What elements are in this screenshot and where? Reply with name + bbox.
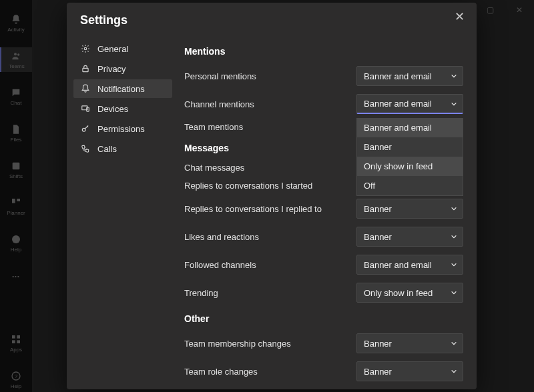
chevron-down-icon bbox=[451, 233, 457, 240]
chevron-down-icon bbox=[451, 340, 457, 347]
dropdown-value: Only show in feed bbox=[364, 288, 433, 298]
bell-icon bbox=[80, 83, 91, 94]
svg-rect-13 bbox=[83, 68, 88, 71]
nav-devices[interactable]: Devices bbox=[73, 99, 172, 118]
nav-general[interactable]: General bbox=[73, 39, 172, 58]
settings-dialog: ✕ Settings General Privacy bbox=[67, 3, 477, 389]
section-head-mentions: Mentions bbox=[184, 39, 463, 62]
nav-notifications[interactable]: Notifications bbox=[73, 79, 172, 98]
nav-label: Permissions bbox=[97, 124, 145, 134]
setting-label: Trending bbox=[184, 288, 218, 298]
chevron-down-icon bbox=[451, 73, 457, 79]
dropdown-value: Banner bbox=[364, 232, 392, 242]
dropdown-trending[interactable]: Only show in feed bbox=[356, 283, 463, 303]
close-button[interactable]: ✕ bbox=[455, 11, 465, 23]
nav-label: Calls bbox=[97, 144, 117, 154]
svg-point-16 bbox=[82, 128, 85, 131]
phone-icon bbox=[80, 143, 91, 154]
row-trending: Trending Only show in feed bbox=[184, 279, 463, 307]
settings-content: Mentions Personal mentions Banner and em… bbox=[179, 35, 477, 385]
modal-overlay: ✕ Settings General Privacy bbox=[0, 0, 534, 392]
setting-label: Likes and reactions bbox=[184, 232, 259, 242]
chevron-down-icon bbox=[451, 368, 457, 375]
nav-label: General bbox=[97, 44, 128, 54]
nav-privacy[interactable]: Privacy bbox=[73, 59, 172, 78]
dropdown-replies-replied[interactable]: Banner bbox=[356, 199, 463, 219]
close-icon: ✕ bbox=[455, 10, 465, 23]
setting-label: Team role changes bbox=[184, 367, 258, 377]
setting-label: Replies to conversations I started bbox=[184, 181, 312, 191]
setting-label: Replies to conversations I replied to bbox=[184, 204, 322, 214]
dropdown-option[interactable]: Only show in feed bbox=[357, 157, 463, 176]
lock-icon bbox=[80, 63, 91, 74]
key-icon bbox=[80, 123, 91, 134]
chevron-down-icon bbox=[451, 205, 457, 212]
row-followed: Followed channels Banner and email bbox=[184, 251, 463, 279]
dropdown-value: Banner bbox=[364, 204, 392, 214]
row-likes: Likes and reactions Banner bbox=[184, 223, 463, 251]
nav-label: Notifications bbox=[97, 84, 145, 94]
svg-point-12 bbox=[84, 47, 87, 50]
dropdown-value: Banner and email bbox=[364, 71, 432, 81]
dropdown-option[interactable]: Banner and email bbox=[357, 118, 463, 137]
setting-label: Team membership changes bbox=[184, 339, 291, 349]
nav-permissions[interactable]: Permissions bbox=[73, 119, 172, 138]
dropdown-value: Banner and email bbox=[364, 99, 432, 109]
setting-label: Personal mentions bbox=[184, 71, 256, 81]
row-replies-replied: Replies to conversations I replied to Ba… bbox=[184, 195, 463, 223]
chevron-down-icon bbox=[451, 101, 457, 107]
section-head-other: Other bbox=[184, 307, 463, 329]
dropdown-value: Banner bbox=[364, 367, 392, 377]
setting-label: Chat messages bbox=[184, 163, 244, 173]
dropdown-likes[interactable]: Banner bbox=[356, 227, 463, 247]
dropdown-option[interactable]: Banner bbox=[357, 137, 463, 157]
setting-label: Team mentions bbox=[184, 122, 243, 132]
dropdown-personal-mentions[interactable]: Banner and email bbox=[356, 66, 463, 86]
chevron-down-icon bbox=[451, 261, 457, 268]
dropdown-value: Banner bbox=[364, 339, 392, 349]
nav-label: Privacy bbox=[97, 64, 126, 74]
row-personal-mentions: Personal mentions Banner and email bbox=[184, 62, 463, 90]
gear-icon bbox=[80, 43, 91, 54]
dialog-title: Settings bbox=[67, 13, 477, 35]
setting-label: Channel mentions bbox=[184, 99, 254, 109]
row-team-role: Team role changes Banner bbox=[184, 357, 463, 385]
devices-icon bbox=[80, 103, 91, 114]
setting-label: Followed channels bbox=[184, 260, 256, 270]
chevron-down-icon bbox=[451, 289, 457, 296]
dropdown-team-role[interactable]: Banner bbox=[356, 361, 463, 381]
settings-nav: General Privacy Notifications bbox=[67, 35, 179, 385]
dropdown-option[interactable]: Off bbox=[357, 176, 463, 195]
nav-label: Devices bbox=[97, 104, 128, 114]
row-channel-mentions: Channel mentions Banner and email Banner… bbox=[184, 90, 463, 118]
dropdown-menu: Banner and email Banner Only show in fee… bbox=[356, 118, 463, 196]
row-team-membership: Team membership changes Banner bbox=[184, 329, 463, 357]
nav-calls[interactable]: Calls bbox=[73, 139, 172, 158]
dropdown-team-membership[interactable]: Banner bbox=[356, 333, 463, 353]
dropdown-channel-mentions[interactable]: Banner and email bbox=[356, 94, 463, 114]
dropdown-value: Banner and email bbox=[364, 260, 432, 270]
dropdown-followed[interactable]: Banner and email bbox=[356, 255, 463, 275]
